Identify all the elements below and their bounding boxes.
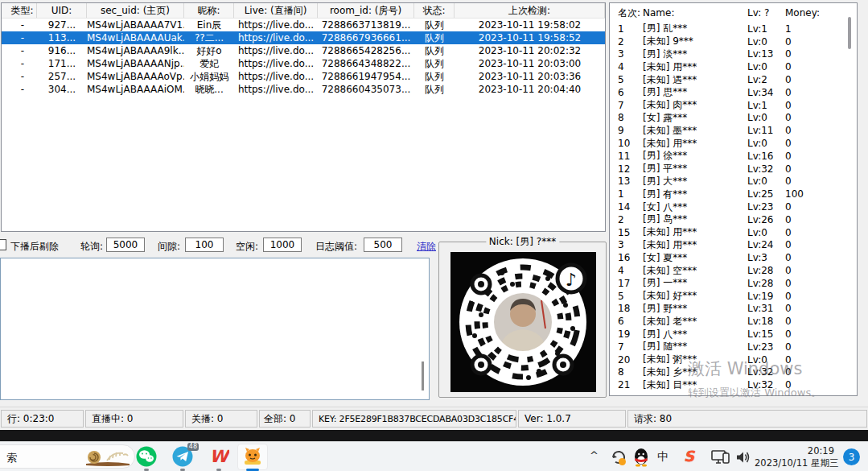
status-bar: 行: 0:23:0 直播中: 0 关播: 0 全部: 0 KEY: 2F5E28… xyxy=(0,407,868,430)
col-header-lastcheck[interactable]: 上次检测: xyxy=(455,3,605,18)
idle-input[interactable] xyxy=(263,238,302,252)
remove-after-checkbox[interactable] xyxy=(0,239,6,250)
speaker-icon[interactable] xyxy=(735,450,751,465)
list-item[interactable]: 3 [男] 淡*** Lv:13 0 xyxy=(610,48,857,61)
log-scrollbar[interactable] xyxy=(419,260,426,398)
list-item[interactable]: 15 [未知] 用*** Lv:0 0 xyxy=(610,226,857,239)
rank-cell: 8 xyxy=(610,366,643,378)
list-item[interactable]: 2 [男] 岛*** Lv:26 0 xyxy=(610,213,857,226)
cell-uid: 916... xyxy=(37,45,87,56)
col-header-type[interactable]: 类型: xyxy=(2,3,37,18)
list-item[interactable]: 7 [未知] 肉*** Lv:1 0 xyxy=(610,99,857,112)
list-item[interactable]: 18 [男] 野*** Lv:31 0 xyxy=(610,303,857,316)
list-item[interactable]: 4 [未知] 空*** Lv:28 0 xyxy=(610,264,857,277)
rank-cell: 4 xyxy=(610,265,643,276)
sogou-icon[interactable]: S xyxy=(684,448,694,465)
cell-nick: 晓晓... xyxy=(184,83,234,97)
col-header-status[interactable]: 状态: xyxy=(414,3,455,18)
rank-scrollbar[interactable] xyxy=(845,5,854,394)
svg-text:W: W xyxy=(209,447,229,466)
log-line xyxy=(3,368,429,378)
lv-cell: Lv:13 xyxy=(747,48,785,60)
cell-type: - xyxy=(2,84,37,95)
lv-col-header: Lv: ? xyxy=(747,7,785,19)
name-cell: [男] 随*** xyxy=(643,340,747,353)
telegram-icon[interactable]: 48 xyxy=(172,446,193,467)
list-item[interactable]: 9 [未知] 墨*** Lv:11 0 xyxy=(610,124,857,137)
list-item[interactable]: 6 [男] 思*** Lv:34 0 xyxy=(610,86,857,99)
log-scrollbar-thumb[interactable] xyxy=(422,362,424,390)
qq-icon[interactable] xyxy=(632,448,650,467)
cell-uid: 257... xyxy=(37,71,87,82)
search-fossil-art xyxy=(84,447,131,470)
cell-live-url: https://live.do... xyxy=(234,84,318,95)
cell-type: - xyxy=(2,45,37,56)
poll-input[interactable] xyxy=(106,238,145,252)
list-item[interactable]: 14 [女] 八*** Lv:23 0 xyxy=(610,200,857,213)
list-item[interactable]: 17 [男] 一*** Lv:28 0 xyxy=(610,277,857,290)
col-header-secuid[interactable]: sec_uid: (主页) xyxy=(87,3,184,18)
list-item[interactable]: 12 [男] 平*** Lv:32 0 xyxy=(610,163,857,176)
col-header-roomid[interactable]: room_id: (房号) xyxy=(318,3,414,18)
col-header-uid[interactable]: UID: xyxy=(37,3,87,18)
notification-badge[interactable]: 3 xyxy=(843,448,860,465)
list-item[interactable]: 1 [男] 有*** Lv:25 100 xyxy=(610,188,857,200)
taskbar-clock[interactable]: 20:19 2023/10/11 星期三 xyxy=(755,445,834,469)
rank-scrollbar-thumb[interactable] xyxy=(848,17,851,49)
list-item[interactable]: 13 [男] 大*** Lv:0 0 xyxy=(610,176,857,188)
cell-uid: 171... xyxy=(37,58,87,69)
log-threshold-input[interactable] xyxy=(364,238,402,252)
lv-cell: Lv:1 xyxy=(747,23,785,35)
table-row[interactable]: - 171... MS4wLjABAAAANjp... 爱妃 https://l… xyxy=(2,57,605,70)
table-row[interactable]: - 916... MS4wLjABAAAA9lk... 好好o https://… xyxy=(2,44,605,57)
list-item[interactable]: 19 [男] 八*** Lv:15 0 xyxy=(610,328,857,341)
taskbar-search-box[interactable]: 索 xyxy=(0,444,135,469)
monitor-app-icon[interactable] xyxy=(242,446,263,467)
list-item[interactable]: 5 [未知] 好*** Lv:19 0 xyxy=(610,290,857,303)
list-item[interactable]: 2 [未知] 9*** Lv:0 0 xyxy=(610,35,857,48)
status-key: KEY: 2F5E289F1B837BCECDABA03D3C185CF4 xyxy=(312,410,516,428)
gap-input[interactable] xyxy=(185,238,224,252)
list-item[interactable]: 1 [男] 乱*** Lv:1 1 xyxy=(610,23,857,35)
rank-cell: 17 xyxy=(610,278,643,289)
rank-cell: 13 xyxy=(610,176,643,187)
list-item[interactable]: 3 [未知] 用*** Lv:24 0 xyxy=(610,239,857,252)
table-row[interactable]: - 113... MS4wLjABAAAAUak... ??二... https… xyxy=(2,31,605,44)
cell-secuid: MS4wLjABAAAAUak... xyxy=(87,32,184,43)
table-row[interactable]: - 304... MS4wLjABAAAAiOM... 晓晓... https:… xyxy=(2,83,605,96)
name-cell: [未知] 空*** xyxy=(643,264,747,278)
cast-display-icon[interactable] xyxy=(711,449,730,465)
lv-cell: Lv:28 xyxy=(747,265,785,276)
list-item[interactable]: 10 [未知] 用*** Lv:0 0 xyxy=(610,137,857,150)
table-row[interactable]: - 927... MS4wLjABAAAA7V1... Ein辰 https:/… xyxy=(2,19,605,31)
list-item[interactable]: 20 [未知] 粥*** Lv:0 0 xyxy=(610,353,857,366)
clear-log-link[interactable]: 清除 xyxy=(417,240,436,254)
lv-cell: Lv:26 xyxy=(747,214,785,225)
col-header-nick[interactable]: 昵称: xyxy=(184,3,234,18)
wechat-icon[interactable] xyxy=(136,446,157,467)
name-cell: [未知] 肉*** xyxy=(643,98,747,112)
list-item[interactable]: 8 [女] 露*** Lv:0 0 xyxy=(610,112,857,125)
list-item[interactable]: 8 [未知] 乡*** Lv:32 0 xyxy=(610,366,857,379)
list-item[interactable]: 16 [女] 夏*** Lv:3 0 xyxy=(610,251,857,264)
nick-title: Nick: [男] ?*** xyxy=(486,235,559,249)
cell-status: 队列 xyxy=(414,19,455,32)
list-item[interactable]: 7 [男] 随*** Lv:23 0 xyxy=(610,341,857,353)
rank-cell: 3 xyxy=(610,239,643,250)
list-item[interactable]: 5 [未知] 遇*** Lv:2 0 xyxy=(610,73,857,86)
rank-cell: 12 xyxy=(610,163,643,175)
ime-chinese-indicator[interactable]: 中 xyxy=(657,450,668,465)
tray-chevron-up-icon[interactable]: ^ xyxy=(590,449,599,461)
log-box[interactable] xyxy=(0,258,430,400)
list-item[interactable]: 4 [未知] 用*** Lv:0 0 xyxy=(610,60,857,73)
list-item[interactable]: 6 [未知] 老*** Lv:18 0 xyxy=(610,315,857,328)
sync-icon[interactable] xyxy=(610,448,627,466)
cell-lastcheck: 2023-10-11 19:58:52 xyxy=(455,32,605,43)
name-cell: [未知] 墨*** xyxy=(643,124,747,138)
list-item[interactable]: 21 [未知] 目*** Lv:32 0 xyxy=(610,378,857,391)
col-header-live[interactable]: Live: (直播间) xyxy=(234,3,318,18)
wps-icon[interactable]: W xyxy=(208,446,229,467)
list-item[interactable]: 11 [男] 徐*** Lv:16 0 xyxy=(610,150,857,163)
table-row[interactable]: - 257... MS4wLjABAAAAoVp... 小娟妈妈 https:/… xyxy=(2,70,605,83)
qr-code-image: ♪ xyxy=(450,252,596,392)
